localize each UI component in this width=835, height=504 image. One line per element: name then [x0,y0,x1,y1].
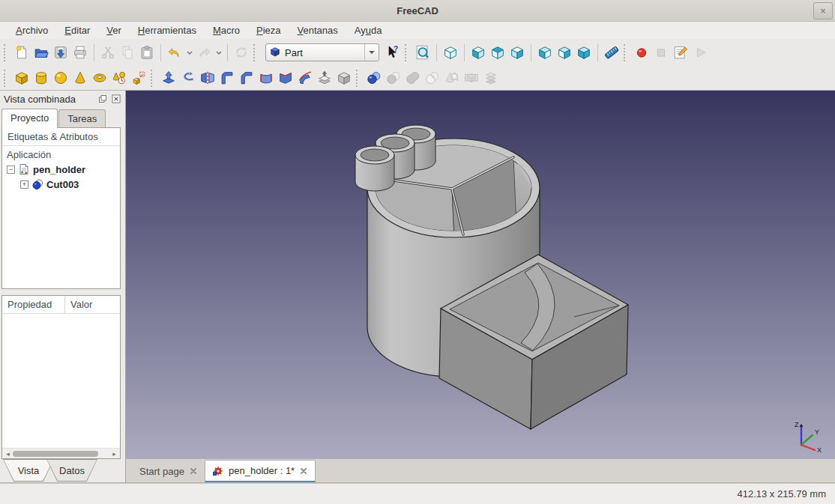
revolve-button[interactable] [178,68,198,88]
view-bottom-button[interactable] [555,43,574,62]
menu-ayuda[interactable]: Ayuda [348,23,389,37]
part-primitives-button[interactable] [109,68,129,88]
toolbar-drag-handle[interactable] [356,70,361,87]
menu-pieza[interactable]: Pieza [250,23,288,37]
menu-ver[interactable]: Ver [100,23,128,37]
toolbar-separator [464,44,465,61]
dock-float-icon[interactable] [97,94,108,104]
check-geometry-button [442,68,462,88]
dock-title: Vista combinada [4,94,94,105]
macro-execute-button [690,43,710,62]
view-top-button[interactable] [488,43,507,62]
shape-builder-button[interactable] [129,68,148,88]
horizontal-scrollbar[interactable]: ◂ ▸ [2,448,120,458]
scrollbar-track[interactable] [13,450,109,458]
menu-macro[interactable]: Macro [206,23,247,37]
3d-viewport[interactable]: ZYX [126,91,835,459]
close-icon[interactable] [300,467,307,475]
ruled-surface-button[interactable] [256,68,276,88]
tree-item-cut003[interactable]: +Cut003 [2,177,120,192]
fit-all-button[interactable] [413,43,432,62]
mirror-button[interactable] [198,68,217,88]
toolbar-row-1: Part ? [0,39,835,66]
new-document-button[interactable] [12,43,31,62]
part-cone-button[interactable] [70,68,90,88]
macro-stop-button [651,43,671,62]
scroll-left-icon[interactable]: ◂ [4,449,11,458]
toolbar-drag-handle[interactable] [624,44,629,61]
svg-text:X: X [817,446,822,452]
save-button[interactable] [51,43,70,62]
status-bar: 412.13 x 215.79 mm [0,483,835,504]
thickness-button[interactable] [334,68,354,88]
view-right-button[interactable] [507,43,527,62]
window-titlebar[interactable]: FreeCAD × [0,0,835,22]
document-tab-start-page[interactable]: Start page [132,461,205,481]
window-close-button[interactable]: × [813,2,833,19]
document-tab-label: Start page [139,466,184,477]
measure-distance-button[interactable] [602,43,621,62]
expander-icon[interactable]: − [7,166,15,174]
toolbar-drag-handle[interactable] [405,44,410,61]
view-front-button[interactable] [468,43,488,62]
toolbar-drag-handle[interactable] [4,44,9,61]
whats-this-button[interactable]: ? [383,43,403,62]
svg-text:Y: Y [815,428,819,436]
window-title: FreeCAD [397,5,438,16]
extrude-button[interactable] [159,68,178,88]
macro-edit-button[interactable] [671,43,690,62]
boolean-operation-button[interactable] [364,68,384,88]
tab-datos[interactable]: Datos [46,459,97,482]
toolbar-drag-handle[interactable] [4,70,9,87]
dock-header[interactable]: Vista combinada [0,91,125,107]
sweep-button[interactable] [295,68,315,88]
fillet-button[interactable] [217,68,237,88]
menu-archivo[interactable]: Archivo [9,23,55,37]
macro-record-button[interactable] [632,43,651,62]
view-axonometric-button[interactable] [441,43,460,62]
panel-splitter[interactable] [0,289,125,295]
document-tab-label: pen_holder : 1* [229,465,295,476]
scroll-right-icon[interactable]: ▸ [111,449,118,458]
tree-item-pen_holder[interactable]: −pen_holder [2,162,120,177]
tab-proyecto[interactable]: Proyecto [1,109,58,128]
tree-item-label: Cut003 [46,179,79,190]
toolbar-drag-handle[interactable] [253,44,259,61]
offset-button[interactable] [315,68,334,88]
close-icon[interactable] [190,467,197,475]
boolean-toolbar [364,68,501,88]
menu-editar[interactable]: Editar [58,23,97,37]
open-folder-button[interactable] [31,43,51,62]
view-left-button[interactable] [574,43,594,62]
menu-herramientas[interactable]: Herramientas [131,23,203,37]
part-torus-button[interactable] [90,68,109,88]
property-column-name[interactable]: Propiedad [2,296,65,313]
toolbar-separator [531,44,531,61]
pen-holder-3d-model [126,91,835,459]
tree-root-label: Aplicación [2,146,120,162]
dropdown-arrow[interactable] [184,43,194,62]
dropdown-arrow[interactable] [214,43,223,62]
scrollbar-thumb[interactable] [13,451,98,457]
document-tab-pen-holder-1-[interactable]: pen_holder : 1* [205,460,316,482]
boolean-intersection-button [423,68,442,88]
workbench-selector[interactable]: Part [265,43,379,61]
menu-ventanas[interactable]: Ventanas [291,23,345,37]
tree-column-header: Etiquetas & Atributos [2,128,120,146]
loft-button[interactable] [276,68,295,88]
undo-button[interactable] [165,43,184,62]
property-column-value[interactable]: Valor [65,296,120,313]
part-box-button[interactable] [12,68,31,88]
chevron-down-icon[interactable] [364,44,379,61]
chamfer-button[interactable] [237,68,256,88]
workbench-toolbar: Part ? [262,43,403,62]
toolbar-drag-handle[interactable] [151,70,156,87]
part-cylinder-button[interactable] [31,68,51,88]
paste-button[interactable] [137,43,157,62]
print-button[interactable] [70,43,90,62]
part-sphere-button[interactable] [51,68,70,88]
expander-icon[interactable]: + [20,180,28,189]
view-rear-button[interactable] [535,43,555,62]
tab-tareas[interactable]: Tareas [58,109,106,127]
dock-close-icon[interactable] [110,94,121,104]
